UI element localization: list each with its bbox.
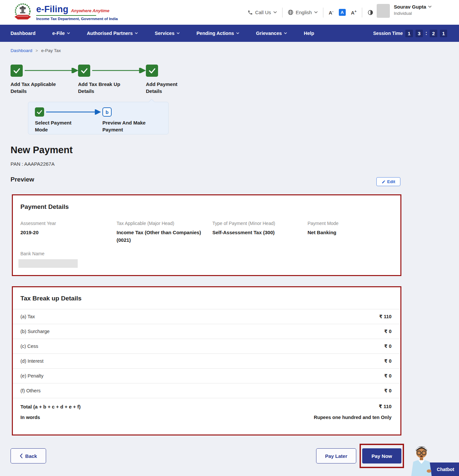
pay-now-button[interactable]: Pay Now — [362, 448, 401, 463]
field-assessment-year: Assessment Year 2019-20 — [20, 221, 117, 244]
session-digit: 3 — [416, 30, 423, 37]
tax-row-in-words: In words Rupees one hundred and ten Only — [13, 411, 400, 426]
chevron-left-icon — [20, 454, 23, 458]
pay-later-label: Pay Later — [325, 453, 347, 459]
brand-tagline: Anywhere Anytime — [71, 8, 110, 13]
tax-row-others: (f) Others ₹ 0 — [13, 383, 400, 398]
chevron-down-icon — [135, 32, 138, 34]
contrast-toggle[interactable] — [367, 10, 373, 15]
breadcrumb-dashboard[interactable]: Dashboard — [11, 48, 32, 53]
breadcrumb: Dashboard > e-Pay Tax — [11, 48, 61, 53]
pay-now-highlight-annotation: Pay Now — [360, 444, 404, 468]
chevron-down-icon — [67, 32, 70, 34]
session-timer: Session Time 1 3 : 2 1 — [373, 30, 447, 37]
breadcrumb-current: e-Pay Tax — [41, 48, 61, 53]
tax-row-penalty: (e) Penalty ₹ 0 — [13, 368, 400, 383]
session-time-label: Session Time — [373, 31, 403, 36]
chevron-down-icon — [314, 11, 318, 14]
tax-row-total: Total (a + b + c + d + e + f) ₹ 110 — [13, 398, 400, 411]
field-payment-mode: Payment Mode Net Banking — [308, 221, 393, 244]
field-bank-name: Bank Name — [20, 251, 393, 268]
edit-button-label: Edit — [387, 179, 395, 184]
tax-row-interest: (d) Interest ₹ 0 — [13, 353, 400, 368]
field-type-of-payment: Type of Payment (Minor Head) Self-Assess… — [212, 221, 308, 244]
chevron-down-icon — [284, 32, 287, 34]
chevron-down-icon — [176, 32, 180, 34]
brand-name: e-Filing — [36, 4, 68, 14]
tax-row-cess: (c) Cess ₹ 0 — [13, 339, 400, 353]
user-menu[interactable]: Sourav Gupta Individual — [377, 4, 446, 18]
session-digit: 1 — [405, 30, 413, 37]
step-3-check — [146, 65, 158, 77]
nav-dashboard[interactable]: Dashboard — [11, 31, 36, 36]
contrast-icon — [367, 10, 373, 15]
globe-icon — [288, 10, 293, 15]
check-icon — [149, 68, 155, 73]
edit-button[interactable]: Edit — [376, 177, 400, 186]
tax-row-tax: (a) Tax ₹ 110 — [13, 309, 400, 324]
step-3-label: Add Payment Details — [146, 81, 182, 95]
nav-help[interactable]: Help — [304, 31, 314, 36]
call-us-menu[interactable]: Call Us — [248, 10, 277, 15]
app-header: e-Filing Anywhere Anytime Income Tax Dep… — [0, 0, 459, 25]
nav-services[interactable]: Services — [155, 31, 180, 36]
step-1-label: Add Tax Applicable Details — [11, 81, 60, 95]
pay-now-label: Pay Now — [371, 453, 392, 459]
brand-subtitle: Income Tax Department, Government of Ind… — [36, 17, 118, 21]
payment-substepper-panel: b Select Payment Mode Preview And Make P… — [28, 102, 169, 134]
font-increase-button[interactable]: A+ — [351, 9, 357, 15]
pencil-icon — [382, 180, 386, 184]
page-title: New Payment — [11, 145, 73, 155]
bank-name-label: Bank Name — [20, 251, 393, 256]
call-us-label: Call Us — [255, 10, 271, 15]
chevron-down-icon — [273, 11, 277, 14]
nav-efile[interactable]: e-File — [52, 31, 70, 36]
chevron-down-icon — [236, 32, 239, 34]
substep-1-label: Select Payment Mode — [35, 119, 76, 133]
efiling-logo[interactable]: e-Filing Anywhere Anytime Income Tax Dep… — [13, 2, 118, 23]
back-button[interactable]: Back — [11, 448, 46, 463]
payment-details-card: Payment Details Assessment Year 2019-20 … — [12, 194, 401, 276]
income-tax-emblem-icon — [13, 2, 32, 23]
font-normal-button[interactable]: A — [339, 9, 346, 16]
breadcrumb-separator: > — [36, 48, 38, 53]
avatar — [377, 4, 390, 18]
tax-breakup-title: Tax Break up Details — [20, 295, 392, 302]
check-icon — [81, 68, 88, 73]
font-decrease-button[interactable]: A- — [329, 9, 334, 15]
back-button-label: Back — [25, 453, 37, 459]
header-divider — [362, 8, 362, 17]
check-icon — [37, 110, 42, 114]
session-digit: 2 — [430, 30, 437, 37]
main-navbar: Dashboard e-File Authorised Partners Ser… — [0, 25, 459, 42]
nav-grievances[interactable]: Grievances — [256, 31, 287, 36]
session-digit: 1 — [440, 30, 447, 37]
substep-2-label: Preview And Make Payment — [102, 119, 148, 133]
tax-row-surcharge: (b) Surcharge ₹ 0 — [13, 324, 400, 339]
step-2-label: Add Tax Break Up Details — [78, 81, 121, 95]
chevron-down-icon — [428, 6, 432, 8]
nav-pending-actions[interactable]: Pending Actions — [197, 31, 239, 36]
user-type: Individual — [394, 11, 432, 16]
step-1-check — [11, 65, 23, 77]
header-divider — [282, 8, 283, 17]
bank-name-redacted-value — [18, 259, 78, 268]
session-colon: : — [425, 30, 427, 36]
preview-heading: Preview — [11, 176, 34, 183]
chatbot-label: Chatbot — [437, 467, 454, 472]
header-divider — [323, 8, 323, 17]
check-icon — [14, 68, 20, 73]
payment-details-title: Payment Details — [20, 203, 393, 210]
substep-connector-arrow — [45, 109, 103, 115]
pay-later-button[interactable]: Pay Later — [316, 448, 356, 463]
user-name: Sourav Gupta — [394, 4, 426, 10]
step-2-check — [78, 65, 90, 77]
tax-breakup-card: Tax Break up Details (a) Tax ₹ 110 (b) S… — [12, 286, 401, 435]
step-connector-arrow — [92, 68, 148, 73]
language-label: English — [296, 10, 312, 15]
payment-stepper: Add Tax Applicable Details Add Tax Break… — [11, 65, 208, 98]
language-menu[interactable]: English — [288, 10, 318, 15]
phone-icon — [248, 10, 253, 15]
chatbot-assistant-avatar[interactable] — [409, 445, 434, 476]
nav-authorised-partners[interactable]: Authorised Partners — [87, 31, 138, 36]
